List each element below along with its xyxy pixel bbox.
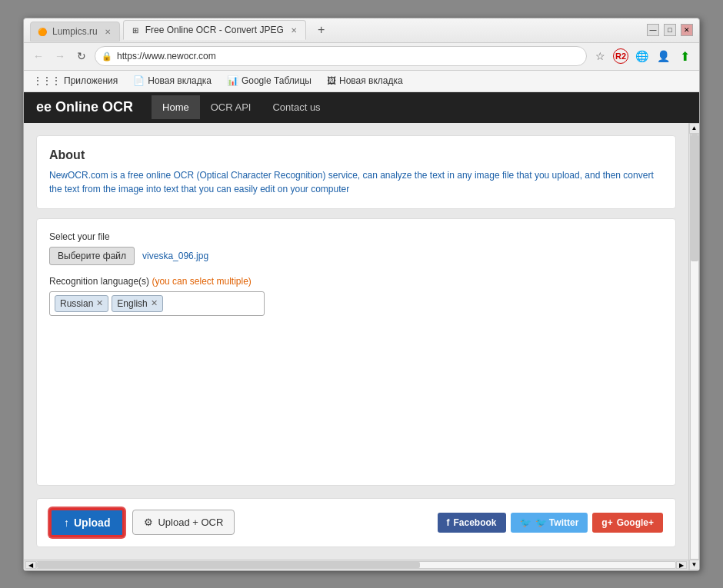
ext-r2-icon[interactable]: R2 (613, 48, 628, 64)
scroll-thumb[interactable] (37, 562, 420, 568)
tab-ocr-close[interactable]: ✕ (288, 25, 299, 35)
upload-label: Upload (74, 517, 110, 529)
ocr-favicon: ⊞ (130, 25, 141, 35)
content-scroll: About NewOCR.com is a free online OCR (O… (24, 123, 688, 560)
google-label: Google+ (617, 517, 654, 528)
google-icon: g+ (601, 517, 612, 528)
bottom-area: ↑ Upload ⚙ Upload + OCR f Facebook (36, 498, 676, 547)
upload-ocr-button[interactable]: ⚙ Upload + OCR (132, 510, 235, 535)
nav-home[interactable]: Home (152, 95, 200, 119)
site-logo: ee Online OCR (36, 99, 133, 115)
bookmark-google-sheets[interactable]: 📊 Google Таблицы (224, 74, 315, 88)
lang-name-russian: Russian (60, 298, 93, 309)
selected-file-name: viveska_096.jpg (142, 251, 208, 261)
user-icon[interactable]: 👤 (655, 48, 671, 65)
address-bar: ← → ↻ 🔒 https://www.newocr.com ☆ R2 🌐 👤 … (24, 43, 699, 71)
new-tab-label-1: Новая вкладка (148, 75, 212, 86)
star-icon[interactable]: ☆ (591, 48, 608, 65)
tab-ocr-label: Free Online OCR - Convert JPEG (145, 25, 284, 35)
url-bar[interactable]: 🔒 https://www.newocr.com (95, 46, 587, 66)
facebook-button[interactable]: f Facebook (438, 513, 506, 533)
upload-area: Select your file Выберите файл viveska_0… (36, 218, 676, 486)
back-button[interactable]: ← (30, 48, 47, 65)
upload-arrow-icon: ↑ (64, 517, 69, 529)
about-box: About NewOCR.com is a free online OCR (O… (36, 135, 676, 209)
tab-lumpics[interactable]: 🟠 Lumpics.ru ✕ (30, 22, 120, 42)
language-selector[interactable]: Russian ✕ English ✕ (49, 291, 265, 316)
lang-remove-russian[interactable]: ✕ (96, 298, 103, 308)
lumpics-favicon: 🟠 (37, 26, 48, 37)
scroll-left-arrow[interactable]: ◀ (25, 561, 36, 569)
window-controls: — □ ✕ (647, 24, 693, 36)
apps-grid-icon: ⋮⋮⋮ (33, 75, 61, 86)
facebook-icon: f (447, 517, 450, 528)
address-bar-icons: ☆ R2 🌐 👤 ⬆ (591, 48, 693, 65)
image-icon: 🖼 (327, 75, 336, 86)
lang-name-english: English (117, 298, 147, 309)
upload-button[interactable]: ↑ Upload (49, 508, 125, 537)
url-text: https://www.newocr.com (117, 51, 216, 61)
vscroll-track[interactable] (690, 134, 699, 560)
lang-tag-english: English ✕ (112, 295, 162, 312)
twitter-bird-icon: 🐦 (520, 517, 531, 528)
vscroll-thumb[interactable] (691, 135, 698, 262)
google-button[interactable]: g+ Google+ (592, 513, 663, 533)
title-bar: 🟠 Lumpics.ru ✕ ⊞ Free Online OCR - Conve… (24, 18, 699, 43)
new-tab-label-2: Новая вкладка (339, 75, 403, 86)
scroll-up-arrow[interactable]: ▲ (689, 123, 700, 134)
twitter-button[interactable]: 🐦 🐦 Twitter (511, 513, 588, 533)
horizontal-scrollbar[interactable]: ◀ ▶ (24, 560, 688, 570)
lang-hint: (you can select multiple) (152, 276, 251, 287)
upload-ocr-label: Upload + OCR (158, 517, 223, 528)
scroll-down-arrow[interactable]: ▼ (689, 560, 700, 570)
nav-ocr-api[interactable]: OCR API (200, 95, 262, 119)
file-section-label: Select your file (49, 231, 663, 242)
bookmarks-bar: ⋮⋮⋮ Приложения 📄 Новая вкладка 📊 Google … (24, 71, 699, 92)
action-buttons: ↑ Upload ⚙ Upload + OCR (49, 508, 235, 537)
bookmark-new-tab-2[interactable]: 🖼 Новая вкладка (324, 74, 406, 88)
download-icon[interactable]: ⬆ (676, 48, 693, 65)
lang-remove-english[interactable]: ✕ (151, 298, 158, 308)
maximize-button[interactable]: □ (664, 24, 676, 36)
globe-icon[interactable]: 🌐 (633, 48, 650, 65)
tab-lumpics-label: Lumpics.ru (52, 26, 98, 37)
forward-button[interactable]: → (52, 48, 68, 65)
tab-lumpics-close[interactable]: ✕ (102, 26, 113, 37)
scroll-track[interactable] (36, 561, 676, 569)
sheets-icon: 📊 (227, 75, 238, 86)
close-button[interactable]: ✕ (681, 24, 693, 36)
nav-contact[interactable]: Contact us (262, 95, 331, 119)
bookmark-apps[interactable]: ⋮⋮⋮ Приложения (30, 74, 121, 88)
scroll-right-arrow[interactable]: ▶ (676, 561, 687, 569)
sheets-label: Google Таблицы (242, 75, 312, 86)
bookmark-new-tab-1[interactable]: 📄 Новая вкладка (130, 74, 215, 88)
lock-icon: 🔒 (102, 51, 112, 61)
page-icon-1: 📄 (133, 75, 145, 86)
vertical-scrollbar[interactable]: ▲ ▼ (688, 123, 699, 570)
lang-tag-russian: Russian ✕ (55, 295, 108, 312)
about-text: NewOCR.com is a free online OCR (Optical… (49, 168, 663, 196)
facebook-label: Facebook (454, 517, 497, 528)
social-buttons: f Facebook 🐦 🐦 Twitter g+ Google+ (438, 513, 663, 533)
gear-icon: ⚙ (144, 517, 153, 528)
new-tab-button[interactable]: + (312, 21, 331, 39)
about-title: About (49, 148, 663, 162)
tab-ocr[interactable]: ⊞ Free Online OCR - Convert JPEG ✕ (123, 20, 306, 40)
twitter-label: 🐦 Twitter (535, 517, 579, 528)
site-nav: ee Online OCR Home OCR API Contact us (24, 92, 699, 123)
minimize-button[interactable]: — (647, 24, 659, 36)
refresh-button[interactable]: ↻ (73, 48, 90, 65)
browser-window: 🟠 Lumpics.ru ✕ ⊞ Free Online OCR - Conve… (23, 18, 700, 571)
choose-file-button[interactable]: Выберите файл (49, 247, 135, 265)
content-area: About NewOCR.com is a free online OCR (O… (24, 123, 688, 570)
apps-label: Приложения (64, 75, 118, 86)
file-row: Выберите файл viveska_096.jpg (49, 247, 663, 265)
lang-section-label: Recognition language(s) (you can select … (49, 276, 663, 287)
